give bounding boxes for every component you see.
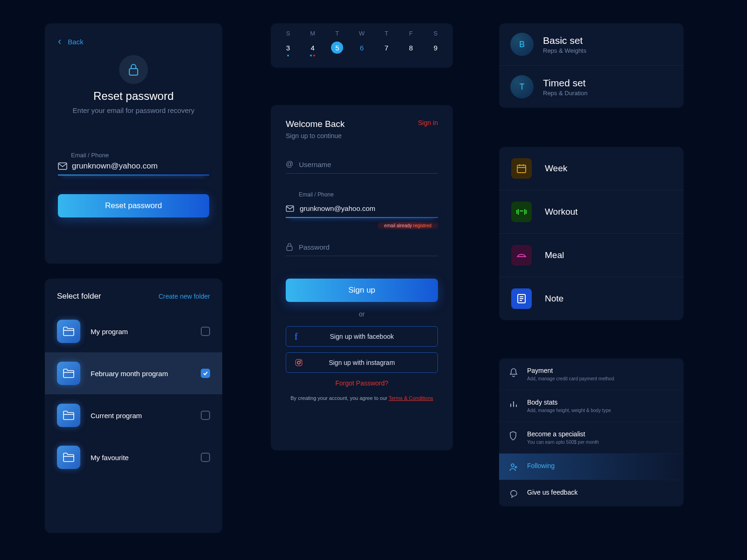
settings-row[interactable]: Body stats Add, manage height, weight & … (499, 390, 684, 421)
signup-email-field (286, 200, 438, 218)
reset-password-card: ‹ Back Reset password Enter your email f… (45, 23, 222, 264)
settings-row[interactable]: Following (499, 453, 684, 480)
svg-point-5 (297, 361, 300, 364)
facebook-label: Sign up with facebook (330, 333, 394, 340)
calendar-day-header: S (281, 30, 295, 37)
folder-checkbox[interactable] (201, 411, 210, 420)
settings-title: Become a specialist (527, 430, 599, 438)
signup-email-input[interactable] (300, 204, 438, 212)
email-field-label: Email / Phone (71, 152, 209, 159)
category-icon (511, 245, 532, 266)
signin-link[interactable]: Sign in (418, 119, 438, 126)
categories-card: Week Workout Meal Note (499, 147, 684, 320)
welcome-title: Welcome Back (286, 119, 345, 129)
calendar-date-cell[interactable]: 4 (306, 42, 320, 54)
svg-point-6 (300, 360, 301, 361)
bars-icon (509, 399, 519, 407)
set-types-card: B Basic set Reps & WeightsT Timed set Re… (499, 23, 684, 108)
forgot-password-link[interactable]: Forgot Password? (286, 379, 438, 387)
set-title: Timed set (543, 77, 587, 89)
settings-title: Payment (527, 367, 614, 374)
category-row[interactable]: Note (499, 277, 684, 320)
folder-checkbox[interactable] (201, 453, 210, 462)
folder-icon (57, 404, 80, 427)
settings-title: Body stats (527, 399, 611, 406)
password-field (286, 238, 438, 256)
back-button[interactable]: ‹ Back (58, 36, 209, 47)
or-divider: or (286, 310, 438, 318)
settings-row[interactable]: Become a specialist You can earn upto 50… (499, 421, 684, 453)
calendar-date-cell[interactable]: 6 (355, 42, 369, 54)
calendar-date-cell[interactable]: 9 (429, 42, 443, 54)
category-label: Meal (545, 250, 564, 260)
folder-card: Select folder Create new folder My progr… (45, 279, 222, 533)
lock-icon (119, 55, 148, 84)
settings-card: Payment Add, manage credit card payment … (499, 358, 684, 506)
calendar-date-cell[interactable]: 8 (404, 42, 418, 54)
shield-icon (509, 431, 519, 441)
instagram-icon (295, 358, 303, 367)
welcome-subtitle: Sign up to continue (286, 132, 345, 140)
folder-icon (57, 362, 80, 385)
folder-item[interactable]: My favourite (45, 436, 222, 478)
folder-item[interactable]: February month program (45, 352, 222, 394)
category-icon (511, 202, 532, 222)
terms-text: By creating your account, you agree to o… (286, 394, 438, 402)
chevron-left-icon: ‹ (58, 36, 61, 47)
bell-icon (509, 368, 519, 377)
folder-item[interactable]: My program (45, 310, 222, 352)
calendar-date-cell[interactable]: 7 (380, 42, 394, 54)
folder-icon (57, 446, 80, 469)
folder-checkbox[interactable] (201, 327, 210, 336)
lock-icon (286, 243, 293, 251)
mail-icon (286, 205, 294, 212)
set-type-row[interactable]: B Basic set Reps & Weights (499, 23, 684, 65)
set-avatar: B (510, 33, 534, 56)
calendar-strip: SMTWTFS 3456789 (271, 23, 453, 68)
set-type-row[interactable]: T Timed set Reps & Duration (499, 65, 684, 108)
signup-email-label: Email / Phone (299, 191, 438, 198)
reset-password-button[interactable]: Reset password (58, 194, 209, 217)
category-row[interactable]: Meal (499, 233, 684, 277)
instagram-label: Sign up with instagram (329, 359, 395, 366)
folder-checkbox[interactable] (201, 369, 210, 378)
category-icon (511, 158, 532, 179)
instagram-signup-button[interactable]: Sign up with instagram (286, 352, 438, 373)
category-row[interactable]: Workout (499, 190, 684, 233)
settings-subtitle: Add, manage height, weight & body type (527, 408, 611, 413)
svg-rect-3 (287, 246, 292, 251)
email-input[interactable] (72, 161, 209, 171)
signup-button[interactable]: Sign up (286, 279, 438, 302)
user-icon (509, 463, 519, 471)
folder-name: My program (91, 328, 190, 336)
folder-name: My favourite (91, 454, 190, 462)
settings-title: Following (527, 462, 555, 469)
category-label: Note (545, 294, 564, 304)
calendar-day-header: T (380, 30, 394, 37)
calendar-day-header: S (429, 30, 443, 37)
facebook-icon: f (295, 331, 298, 342)
calendar-date-cell[interactable]: 3 (281, 42, 295, 54)
calendar-day-header: T (330, 30, 344, 37)
svg-rect-1 (58, 163, 67, 169)
facebook-signup-button[interactable]: f Sign up with facebook (286, 326, 438, 347)
reset-subtitle: Enter your email for password recovery (58, 106, 209, 114)
settings-row[interactable]: Give us feedback (499, 480, 684, 506)
settings-subtitle: You can earn upto 500$ per month (527, 440, 599, 445)
category-label: Week (545, 163, 567, 174)
at-icon: @ (286, 160, 293, 168)
password-input[interactable] (299, 243, 438, 251)
username-input[interactable] (299, 161, 438, 168)
settings-row[interactable]: Payment Add, manage credit card payment … (499, 358, 684, 390)
email-field-row (58, 161, 209, 175)
category-label: Workout (545, 207, 578, 217)
calendar-date-cell[interactable]: 5 (330, 42, 344, 54)
category-row[interactable]: Week (499, 147, 684, 190)
settings-subtitle: Add, manage credit card payment method (527, 376, 614, 381)
email-error-badge: email already registred (378, 222, 438, 230)
create-folder-link[interactable]: Create new folder (158, 293, 210, 300)
svg-rect-7 (517, 165, 526, 173)
terms-link[interactable]: Terms & Conditions (388, 395, 433, 401)
folder-item[interactable]: Current program (45, 394, 222, 436)
signup-card: Welcome Back Sign up to continue Sign in… (271, 105, 453, 450)
